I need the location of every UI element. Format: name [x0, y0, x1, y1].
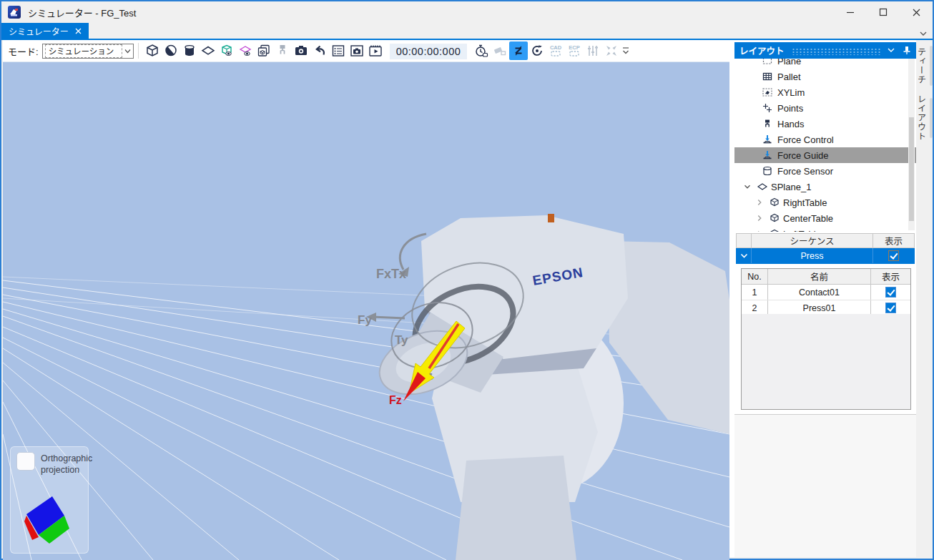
svg-text:ECP: ECP — [569, 44, 580, 51]
cube-tree-icon — [768, 197, 780, 208]
toolbar-separator — [138, 43, 139, 59]
tree-item-splane1[interactable]: SPlane_1 — [734, 179, 916, 195]
force-guide-icon — [761, 149, 773, 161]
visible-checkbox[interactable] — [885, 287, 896, 298]
orthographic-label: Orthographic projection — [41, 453, 92, 476]
toolbar: モード: シミュレーション 00:00:00:000 C — [3, 40, 731, 62]
steps-name-header: 名前 — [768, 269, 871, 284]
tree-item-xylim[interactable]: XYLim — [734, 84, 916, 100]
overflow-icon[interactable] — [621, 41, 631, 60]
tree-item-hands[interactable]: Hands — [734, 116, 916, 132]
sequence-name-cell[interactable]: Press — [752, 248, 872, 263]
layout-panel-header[interactable]: レイアウト — [734, 42, 916, 59]
side-tab-indicator — [930, 46, 933, 86]
steps-visible-header: 表示 — [871, 269, 910, 284]
tree-item-points[interactable]: Points — [734, 100, 916, 116]
orthographic-checkbox[interactable] — [16, 452, 35, 471]
plane-visibility-icon[interactable] — [236, 41, 255, 60]
cube-icon[interactable] — [143, 41, 162, 60]
tree-item-force-guide[interactable]: Force Guide — [734, 147, 916, 163]
sequence-visible-header: 表示 — [872, 234, 914, 247]
sequence-visible-cell[interactable] — [872, 248, 914, 263]
pin-icon[interactable] — [903, 46, 911, 55]
app-window: シミュレーター - FG_Test シミュレーター モード: シミュレーション — [0, 0, 934, 560]
mode-select[interactable]: シミュレーション — [42, 44, 134, 59]
sequence-expand-cell[interactable] — [737, 248, 752, 263]
tree-item-righttable[interactable]: RightTable — [734, 195, 916, 210]
rotate-icon[interactable] — [528, 41, 546, 60]
chevron-right-icon[interactable] — [753, 212, 765, 224]
cube-tree-icon — [768, 228, 780, 232]
tab-label: シミュレーター — [9, 25, 69, 37]
side-tab-indicator — [930, 98, 933, 138]
tree-scrollbar-thumb[interactable] — [909, 117, 914, 221]
tree-item-force-sensor[interactable]: Force Sensor — [734, 163, 916, 179]
orientation-cube[interactable] — [21, 491, 78, 549]
side-tab-layout[interactable]: レイアウト — [915, 94, 933, 141]
z-arrows-icon[interactable] — [509, 41, 528, 60]
sequence-table-header: シーケンス 表示 — [736, 233, 915, 248]
panel-splitter[interactable] — [729, 40, 734, 557]
force-control-icon — [761, 134, 773, 145]
chevron-down-icon — [124, 49, 131, 54]
move-icon[interactable] — [602, 41, 621, 60]
projection-panel: Orthographic projection — [10, 446, 89, 554]
minimize-button[interactable] — [834, 1, 867, 23]
sphere-icon[interactable] — [162, 41, 180, 60]
snapshot-icon[interactable] — [348, 41, 366, 60]
document-tab-bar: シミュレーター — [1, 23, 933, 40]
sequence-row-press[interactable]: Press — [736, 248, 915, 264]
tree-item-force-control[interactable]: Force Control — [734, 132, 916, 147]
steps-table: No. 名前 表示 1 Contact01 2 Press01 — [741, 268, 911, 410]
chevron-down-icon[interactable] — [741, 181, 753, 192]
panel-chevron-down-icon[interactable] — [887, 47, 895, 54]
sequence-name-header: シーケンス — [752, 234, 872, 247]
tab-close-icon[interactable] — [75, 28, 82, 34]
hands-icon — [761, 118, 773, 129]
xylim-icon — [761, 87, 773, 98]
visible-checkbox[interactable] — [885, 303, 896, 313]
panel-empty-area — [734, 414, 916, 557]
chevron-right-icon[interactable] — [753, 197, 765, 208]
undo-icon[interactable] — [310, 41, 329, 60]
copy-box-icon[interactable] — [255, 41, 273, 60]
side-tab-teach[interactable]: ティーチ — [915, 46, 933, 86]
app-icon — [8, 6, 21, 19]
tab-simulator[interactable]: シミュレーター — [1, 23, 89, 39]
stopwatch-icon[interactable] — [472, 41, 491, 60]
force-label-fy: Fy — [358, 313, 372, 327]
layout-panel: レイアウト Plane Pallet XYLim — [734, 40, 916, 557]
steps-table-container: No. 名前 表示 1 Contact01 2 Press01 — [734, 267, 916, 414]
steps-row-contact01[interactable]: 1 Contact01 — [742, 285, 910, 300]
tree-item-pallet[interactable]: Pallet — [734, 69, 916, 84]
force-label-fxtx: FxTx — [376, 267, 406, 281]
visible-checkbox[interactable] — [888, 250, 899, 261]
layout-panel-title: レイアウト — [739, 44, 785, 57]
tree-item-centertable[interactable]: CenterTable — [734, 210, 916, 226]
pallet-icon — [761, 71, 773, 82]
tree-item-lefttable[interactable]: LeftTable — [734, 226, 916, 232]
3d-viewport[interactable]: EPSON FxTx Fy Ty Tz Fz — [3, 62, 729, 560]
layout-tree: Plane Pallet XYLim Points Hands — [734, 59, 916, 232]
tree-item-plane[interactable]: Plane — [734, 59, 916, 69]
tab-list-chevron-icon[interactable] — [919, 31, 928, 37]
camera-icon[interactable] — [292, 41, 310, 60]
panel-drag-handle[interactable] — [792, 48, 881, 55]
ecp-icon[interactable]: ECP — [565, 41, 584, 60]
cylinder-icon[interactable] — [180, 41, 199, 60]
video-icon[interactable] — [366, 41, 385, 60]
list-icon[interactable] — [329, 41, 348, 60]
sliders-icon[interactable] — [584, 41, 602, 60]
robot-arm: EPSON — [370, 214, 729, 560]
tree-scrollbar[interactable] — [908, 59, 915, 230]
plane-icon[interactable] — [199, 41, 217, 60]
box-visibility-icon[interactable] — [217, 41, 236, 60]
chevron-right-icon[interactable] — [753, 228, 765, 232]
maximize-button[interactable] — [867, 1, 900, 23]
eraser-icon[interactable] — [491, 41, 509, 60]
close-button[interactable] — [900, 1, 933, 23]
cad-icon[interactable]: CAD — [546, 41, 565, 60]
steps-table-header: No. 名前 表示 — [742, 269, 910, 285]
side-tab-strip: ティーチ レイアウト — [916, 40, 931, 557]
gripper-icon[interactable] — [273, 41, 292, 60]
